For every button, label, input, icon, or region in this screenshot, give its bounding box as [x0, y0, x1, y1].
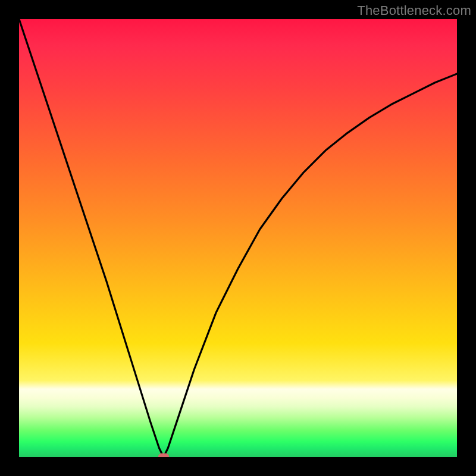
chart-frame: TheBottleneck.com [0, 0, 476, 476]
bottleneck-curve [19, 19, 457, 457]
minimum-marker [158, 453, 169, 457]
watermark-text: TheBottleneck.com [357, 3, 471, 18]
plot-area [19, 19, 457, 457]
